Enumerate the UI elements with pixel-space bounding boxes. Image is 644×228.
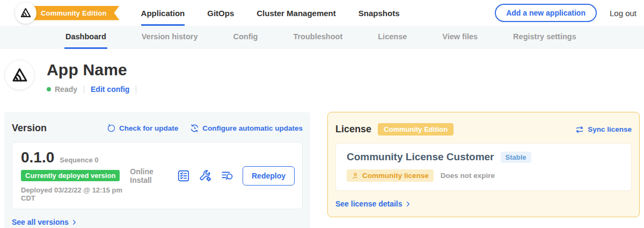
add-new-application-button[interactable]: Add a new application <box>495 4 597 22</box>
edition-banner-label: Community Edition <box>41 9 107 17</box>
channel-badge: Stable <box>501 152 531 163</box>
sync-arrows-icon <box>575 125 584 134</box>
customer-name: Community License Customer <box>347 151 494 163</box>
version-card-header: Version Check for update <box>12 123 303 134</box>
top-header: Community Edition Application GitOps Clu… <box>0 0 644 26</box>
see-all-versions-link[interactable]: See all versions <box>12 218 303 226</box>
install-type-label: Online Install <box>130 167 164 184</box>
subtab-version-history[interactable]: Version history <box>141 26 199 49</box>
version-card-title: Version <box>12 123 47 134</box>
subtab-view-files[interactable]: View files <box>441 26 479 49</box>
dashboard-cards: Version Check for update <box>4 112 640 228</box>
ready-status-dot <box>47 87 51 91</box>
header-right: Add a new application Log out <box>495 4 644 22</box>
sync-license-label: Sync license <box>588 125 632 133</box>
app-header: App Name Ready Edit config <box>4 60 644 94</box>
chevron-right-icon <box>405 201 411 207</box>
see-license-details-link[interactable]: See license details <box>335 200 632 208</box>
check-for-update-link[interactable]: Check for update <box>107 124 178 133</box>
configure-automatic-updates-label: Configure automatic updates <box>202 124 303 132</box>
preflight-checks-icon[interactable] <box>177 169 191 183</box>
view-diff-icon[interactable] <box>221 169 235 183</box>
chevron-right-icon <box>71 219 77 225</box>
license-details-panel: Community License Customer Stable Commun… <box>335 143 632 191</box>
license-card: License Community Edition Sync license <box>327 112 640 217</box>
status-row: Ready Edit config <box>47 85 143 94</box>
license-card-header: License Community Edition Sync license <box>335 123 632 136</box>
app-head-text: App Name Ready Edit config <box>47 60 143 94</box>
check-for-update-label: Check for update <box>119 124 178 132</box>
version-details: 0.1.0 Sequence 0 Currently deployed vers… <box>21 149 130 202</box>
configure-automatic-updates-link[interactable]: Configure automatic updates <box>190 124 303 133</box>
app-logo-icon <box>11 67 28 84</box>
subtab-dashboard[interactable]: Dashboard <box>64 26 107 49</box>
brand: Community Edition <box>0 0 120 26</box>
deployed-timestamp: Deployed 03/22/22 @ 12:15 pm CDT <box>21 186 130 202</box>
current-version-panel: 0.1.0 Sequence 0 Currently deployed vers… <box>12 142 303 209</box>
logout-link[interactable]: Log out <box>610 9 636 18</box>
divider <box>84 86 84 94</box>
license-type-label: Community license <box>362 172 429 180</box>
see-license-details-label: See license details <box>335 200 402 208</box>
currently-deployed-badge: Currently deployed version <box>21 170 120 181</box>
edit-config-link[interactable]: Edit config <box>91 85 129 94</box>
license-type-badge: Community license <box>347 169 434 182</box>
subtab-license[interactable]: License <box>377 26 408 49</box>
subtab-config[interactable]: Config <box>232 26 259 49</box>
refresh-icon <box>107 124 116 133</box>
community-edition-badge: Community Edition <box>378 123 453 136</box>
divider <box>136 86 136 94</box>
app-avatar <box>4 60 35 90</box>
main-nav: Application GitOps Cluster Management Sn… <box>141 0 400 26</box>
auto-update-clock-icon <box>190 124 199 133</box>
tab-cluster-management[interactable]: Cluster Management <box>257 0 336 26</box>
sequence-label: Sequence 0 <box>60 156 98 164</box>
tab-application[interactable]: Application <box>141 0 185 26</box>
expiration-text: Does not expire <box>441 172 495 180</box>
replicated-logo-circle[interactable] <box>15 2 36 24</box>
sub-nav: Dashboard Version history Config Trouble… <box>0 26 644 49</box>
redeploy-button[interactable]: Redeploy <box>243 166 295 186</box>
tab-snapshots[interactable]: Snapshots <box>358 0 400 26</box>
person-icon <box>352 172 359 180</box>
license-card-title: License <box>335 124 371 135</box>
version-actions: Online Install <box>130 166 295 186</box>
status-badge: Ready <box>55 85 77 94</box>
community-edition-ribbon: Community Edition <box>23 6 120 20</box>
tab-gitops[interactable]: GitOps <box>207 0 234 26</box>
subtab-registry-settings[interactable]: Registry settings <box>512 26 577 49</box>
see-all-versions-label: See all versions <box>12 218 69 226</box>
page-title: App Name <box>47 61 143 79</box>
sync-license-link[interactable]: Sync license <box>575 125 632 134</box>
version-card: Version Check for update <box>4 112 310 228</box>
replicated-logo-icon <box>20 7 32 19</box>
config-wrench-icon[interactable] <box>199 169 213 183</box>
version-number: 0.1.0 <box>21 149 54 166</box>
license-card-actions: Sync license <box>575 125 632 134</box>
subtab-troubleshoot[interactable]: Troubleshoot <box>292 26 343 49</box>
version-card-actions: Check for update Configure automatic upd… <box>107 124 303 133</box>
